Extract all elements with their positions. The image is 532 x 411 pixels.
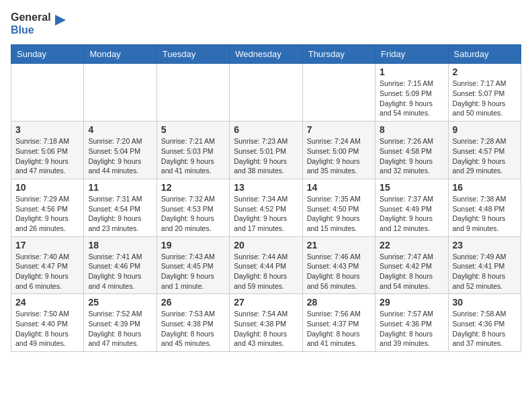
day-info: Sunrise: 7:32 AM Sunset: 4:53 PM Dayligh…	[161, 194, 225, 234]
header-wednesday: Wednesday	[230, 45, 302, 64]
calendar-cell: 18Sunrise: 7:41 AM Sunset: 4:46 PM Dayli…	[84, 236, 157, 294]
day-number: 10	[15, 182, 79, 193]
day-number: 20	[234, 240, 298, 250]
header-thursday: Thursday	[302, 45, 375, 64]
day-info: Sunrise: 7:52 AM Sunset: 4:39 PM Dayligh…	[88, 309, 152, 349]
day-info: Sunrise: 7:40 AM Sunset: 4:47 PM Dayligh…	[15, 252, 79, 291]
calendar-cell: 27Sunrise: 7:54 AM Sunset: 4:38 PM Dayli…	[230, 294, 302, 352]
day-info: Sunrise: 7:49 AM Sunset: 4:41 PM Dayligh…	[453, 252, 517, 291]
day-number: 30	[453, 297, 517, 308]
week-row-4: 17Sunrise: 7:40 AM Sunset: 4:47 PM Dayli…	[11, 236, 521, 294]
header-sunday: Sunday	[11, 45, 84, 64]
calendar-cell	[11, 64, 84, 122]
day-info: Sunrise: 7:57 AM Sunset: 4:36 PM Dayligh…	[380, 309, 443, 349]
day-number: 13	[234, 182, 298, 193]
day-info: Sunrise: 7:54 AM Sunset: 4:38 PM Dayligh…	[234, 309, 298, 349]
logo-text: General Blue	[11, 11, 51, 36]
day-info: Sunrise: 7:20 AM Sunset: 5:04 PM Dayligh…	[88, 136, 152, 176]
calendar-cell: 23Sunrise: 7:49 AM Sunset: 4:41 PM Dayli…	[448, 236, 521, 294]
calendar-cell: 17Sunrise: 7:40 AM Sunset: 4:47 PM Dayli…	[11, 236, 84, 294]
day-info: Sunrise: 7:47 AM Sunset: 4:42 PM Dayligh…	[380, 252, 443, 291]
day-info: Sunrise: 7:34 AM Sunset: 4:52 PM Dayligh…	[234, 194, 298, 234]
day-number: 29	[380, 297, 443, 308]
calendar-cell: 30Sunrise: 7:58 AM Sunset: 4:36 PM Dayli…	[448, 294, 521, 352]
day-info: Sunrise: 7:46 AM Sunset: 4:43 PM Dayligh…	[307, 252, 371, 291]
calendar-cell: 29Sunrise: 7:57 AM Sunset: 4:36 PM Dayli…	[375, 294, 448, 352]
svg-marker-0	[55, 15, 66, 26]
day-number: 27	[234, 297, 298, 308]
header-monday: Monday	[84, 45, 157, 64]
calendar-cell: 16Sunrise: 7:38 AM Sunset: 4:48 PM Dayli…	[448, 179, 521, 236]
calendar-cell: 11Sunrise: 7:31 AM Sunset: 4:54 PM Dayli…	[84, 179, 157, 236]
header: General Blue	[11, 11, 521, 36]
day-number: 14	[307, 182, 371, 193]
day-number: 12	[161, 182, 225, 193]
day-number: 25	[88, 297, 152, 308]
day-number: 6	[234, 124, 298, 135]
calendar-cell: 13Sunrise: 7:34 AM Sunset: 4:52 PM Dayli…	[230, 179, 302, 236]
day-info: Sunrise: 7:50 AM Sunset: 4:40 PM Dayligh…	[15, 309, 79, 349]
logo-general: General	[11, 11, 51, 23]
day-number: 8	[380, 124, 443, 135]
week-row-3: 10Sunrise: 7:29 AM Sunset: 4:56 PM Dayli…	[11, 179, 521, 236]
day-number: 5	[161, 124, 225, 135]
day-number: 9	[453, 124, 517, 135]
day-info: Sunrise: 7:21 AM Sunset: 5:03 PM Dayligh…	[161, 136, 225, 176]
day-info: Sunrise: 7:24 AM Sunset: 5:00 PM Dayligh…	[307, 136, 371, 176]
header-friday: Friday	[375, 45, 448, 64]
day-number: 21	[307, 240, 371, 250]
day-info: Sunrise: 7:44 AM Sunset: 4:44 PM Dayligh…	[234, 252, 298, 291]
day-info: Sunrise: 7:17 AM Sunset: 5:07 PM Dayligh…	[453, 79, 517, 118]
calendar-cell: 15Sunrise: 7:37 AM Sunset: 4:49 PM Dayli…	[375, 179, 448, 236]
calendar-cell	[230, 64, 302, 122]
calendar-cell: 19Sunrise: 7:43 AM Sunset: 4:45 PM Dayli…	[157, 236, 229, 294]
day-info: Sunrise: 7:15 AM Sunset: 5:09 PM Dayligh…	[380, 79, 443, 118]
day-number: 3	[15, 124, 79, 135]
page: General Blue SundayMondayTuesdayWednesda…	[0, 0, 532, 363]
calendar-cell: 9Sunrise: 7:28 AM Sunset: 4:57 PM Daylig…	[448, 122, 521, 179]
day-number: 23	[453, 240, 517, 250]
day-number: 17	[15, 240, 79, 250]
day-number: 7	[307, 124, 371, 135]
calendar-cell: 20Sunrise: 7:44 AM Sunset: 4:44 PM Dayli…	[230, 236, 302, 294]
calendar-cell: 4Sunrise: 7:20 AM Sunset: 5:04 PM Daylig…	[84, 122, 157, 179]
day-number: 1	[380, 66, 443, 77]
logo-flag-icon	[52, 13, 67, 28]
day-number: 15	[380, 182, 443, 193]
day-info: Sunrise: 7:29 AM Sunset: 4:56 PM Dayligh…	[15, 194, 79, 234]
calendar-header-row: SundayMondayTuesdayWednesdayThursdayFrid…	[11, 45, 521, 64]
day-number: 16	[453, 182, 517, 193]
header-saturday: Saturday	[448, 45, 521, 64]
calendar-cell: 22Sunrise: 7:47 AM Sunset: 4:42 PM Dayli…	[375, 236, 448, 294]
week-row-5: 24Sunrise: 7:50 AM Sunset: 4:40 PM Dayli…	[11, 294, 521, 352]
day-number: 24	[15, 297, 79, 308]
calendar-cell: 7Sunrise: 7:24 AM Sunset: 5:00 PM Daylig…	[302, 122, 375, 179]
calendar-body: 1Sunrise: 7:15 AM Sunset: 5:09 PM Daylig…	[11, 64, 521, 352]
day-info: Sunrise: 7:18 AM Sunset: 5:06 PM Dayligh…	[15, 136, 79, 176]
calendar-cell: 25Sunrise: 7:52 AM Sunset: 4:39 PM Dayli…	[84, 294, 157, 352]
calendar-cell	[84, 64, 157, 122]
day-number: 4	[88, 124, 152, 135]
calendar-cell: 3Sunrise: 7:18 AM Sunset: 5:06 PM Daylig…	[11, 122, 84, 179]
day-info: Sunrise: 7:31 AM Sunset: 4:54 PM Dayligh…	[88, 194, 152, 234]
calendar-cell: 12Sunrise: 7:32 AM Sunset: 4:53 PM Dayli…	[157, 179, 229, 236]
calendar-cell: 21Sunrise: 7:46 AM Sunset: 4:43 PM Dayli…	[302, 236, 375, 294]
day-info: Sunrise: 7:38 AM Sunset: 4:48 PM Dayligh…	[453, 194, 517, 234]
day-number: 2	[453, 66, 517, 77]
calendar-cell: 5Sunrise: 7:21 AM Sunset: 5:03 PM Daylig…	[157, 122, 229, 179]
calendar-cell: 8Sunrise: 7:26 AM Sunset: 4:58 PM Daylig…	[375, 122, 448, 179]
day-info: Sunrise: 7:43 AM Sunset: 4:45 PM Dayligh…	[161, 252, 225, 291]
day-number: 22	[380, 240, 443, 250]
calendar-cell: 1Sunrise: 7:15 AM Sunset: 5:09 PM Daylig…	[375, 64, 448, 122]
calendar-cell: 14Sunrise: 7:35 AM Sunset: 4:50 PM Dayli…	[302, 179, 375, 236]
header-tuesday: Tuesday	[157, 45, 229, 64]
day-number: 26	[161, 297, 225, 308]
day-number: 18	[88, 240, 152, 250]
day-info: Sunrise: 7:23 AM Sunset: 5:01 PM Dayligh…	[234, 136, 298, 176]
day-info: Sunrise: 7:28 AM Sunset: 4:57 PM Dayligh…	[453, 136, 517, 176]
day-info: Sunrise: 7:53 AM Sunset: 4:38 PM Dayligh…	[161, 309, 225, 349]
day-info: Sunrise: 7:56 AM Sunset: 4:37 PM Dayligh…	[307, 309, 371, 349]
logo-blue: Blue	[11, 24, 34, 36]
day-info: Sunrise: 7:26 AM Sunset: 4:58 PM Dayligh…	[380, 136, 443, 176]
day-info: Sunrise: 7:35 AM Sunset: 4:50 PM Dayligh…	[307, 194, 371, 234]
